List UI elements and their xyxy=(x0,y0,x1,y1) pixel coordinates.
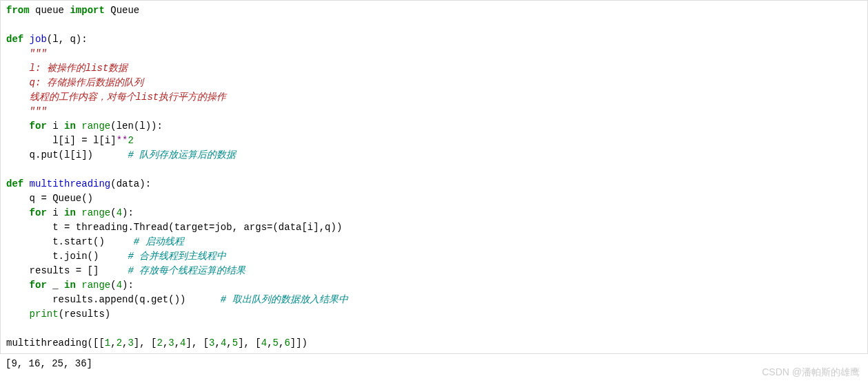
number: 3 xyxy=(128,337,133,348)
keyword-def: def xyxy=(6,178,23,189)
code-line: t.start() xyxy=(6,236,134,247)
var: _ xyxy=(47,280,64,291)
keyword-for: for xyxy=(30,280,47,291)
var: i xyxy=(47,121,64,132)
indent xyxy=(6,309,30,320)
code-line: t = threading.Thread(target=job, args=(d… xyxy=(6,222,342,233)
watermark: CSDN @潘帕斯的雄鹰 xyxy=(762,365,860,374)
paren: ): xyxy=(122,207,134,218)
comma: ], [ xyxy=(186,337,210,348)
code-line: t.join() xyxy=(6,251,128,262)
args: (results) xyxy=(59,309,111,320)
indent xyxy=(6,121,30,132)
keyword-for: for xyxy=(30,121,47,132)
keyword-import: import xyxy=(70,5,104,16)
comma: , xyxy=(215,337,221,348)
keyword-from: from xyxy=(6,5,30,16)
code-line: q = Queue() xyxy=(6,193,93,204)
builtin-print: print xyxy=(30,309,59,320)
close: ]]) xyxy=(290,337,307,348)
function-name: job xyxy=(23,34,47,45)
output-block: [9, 16, 25, 36] xyxy=(0,354,868,374)
function-name: multithreading xyxy=(23,178,110,189)
keyword-in: in xyxy=(64,207,76,218)
indent xyxy=(6,207,30,218)
paren: ( xyxy=(110,207,116,218)
number: 2 xyxy=(157,337,162,348)
params: (data): xyxy=(110,178,151,189)
number: 4 xyxy=(117,280,122,291)
builtin-range: range xyxy=(76,280,110,291)
comma: , xyxy=(110,337,116,348)
number: 3 xyxy=(168,337,174,348)
comment: # 启动线程 xyxy=(134,236,184,247)
module-name: queue xyxy=(30,5,70,16)
paren: ): xyxy=(122,280,134,291)
comment: # 取出队列的数据放入结果中 xyxy=(221,294,348,305)
number: 1 xyxy=(105,337,110,348)
indent xyxy=(6,280,30,291)
number: 5 xyxy=(232,337,238,348)
comment: # 存放每个线程运算的结果 xyxy=(128,265,245,276)
code-line: l[i] = l[i] xyxy=(6,135,117,146)
code-line: results = [] xyxy=(6,265,128,276)
paren: ( xyxy=(110,280,116,291)
params: (l, q): xyxy=(47,34,88,45)
builtin-range: range xyxy=(76,121,110,132)
number: 4 xyxy=(261,337,267,348)
number: 3 xyxy=(209,337,214,348)
number: 4 xyxy=(117,207,122,218)
docstring-close: """ xyxy=(6,106,47,117)
docstring-line: q: 存储操作后数据的队列 xyxy=(6,77,143,88)
comma: , xyxy=(226,337,232,348)
comment: # 队列存放运算后的数据 xyxy=(128,149,236,160)
import-name: Queue xyxy=(105,5,139,16)
code-block: from queue import Queue def job(l, q): "… xyxy=(0,0,868,354)
code-line: results.append(q.get()) xyxy=(6,294,221,305)
output-text: [9, 16, 25, 36] xyxy=(6,358,92,369)
comma: , xyxy=(267,337,272,348)
comma: ], [ xyxy=(134,337,157,348)
number: 2 xyxy=(117,337,122,348)
call: (len(l)): xyxy=(110,121,163,132)
var: i xyxy=(47,207,64,218)
call: multithreading([[ xyxy=(6,337,105,348)
operator: ** xyxy=(117,135,128,146)
comma: , xyxy=(174,337,180,348)
number: 4 xyxy=(180,337,185,348)
comma: ], [ xyxy=(238,337,261,348)
docstring-open: """ xyxy=(6,48,47,59)
builtin-range: range xyxy=(76,207,110,218)
number: 6 xyxy=(284,337,290,348)
keyword-for: for xyxy=(30,207,47,218)
keyword-in: in xyxy=(64,121,76,132)
number: 2 xyxy=(128,135,133,146)
comment: # 合并线程到主线程中 xyxy=(128,251,226,262)
number: 5 xyxy=(273,337,279,348)
keyword-def: def xyxy=(6,34,23,45)
docstring-line: 线程的工作内容，对每个list执行平方的操作 xyxy=(6,92,226,103)
keyword-in: in xyxy=(64,280,76,291)
code-line: q.put(l[i]) xyxy=(6,149,128,160)
docstring-line: l: 被操作的list数据 xyxy=(6,63,128,74)
